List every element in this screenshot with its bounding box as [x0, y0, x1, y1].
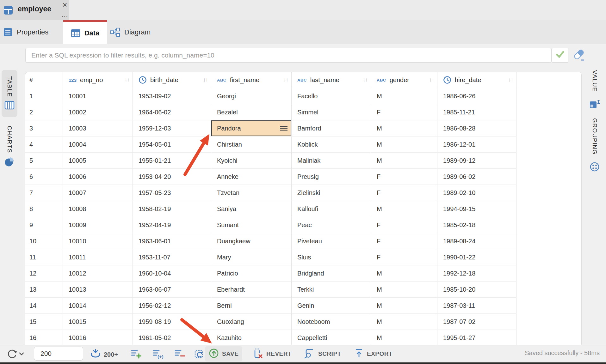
grid-cell[interactable]: 10001	[63, 88, 133, 104]
grid-cell[interactable]: 1953-04-20	[133, 169, 211, 185]
column-header-birth_date[interactable]: birth_date↓↑	[133, 72, 211, 88]
sort-icon[interactable]: ↓↑	[363, 77, 368, 83]
grid-cell[interactable]: 1985-11-21	[437, 104, 516, 120]
grid-cell[interactable]: 10007	[63, 185, 133, 201]
save-button[interactable]: SAVE	[205, 346, 242, 361]
grid-cell[interactable]: Bridgland	[292, 265, 371, 281]
tab-data[interactable]: Data	[63, 20, 107, 44]
grid-cell[interactable]: 1985-10-20	[437, 282, 516, 297]
grid-cell[interactable]: 1956-02-12	[133, 298, 211, 313]
duplicate-row-button[interactable]: (+)	[152, 349, 165, 361]
refresh-button[interactable]	[6, 349, 25, 361]
grid-cell[interactable]: F	[371, 217, 437, 233]
grid-cell[interactable]: 1960-10-04	[133, 265, 211, 281]
grid-cell[interactable]: 1986-08-28	[437, 120, 516, 136]
grid-cell[interactable]: Georgi	[211, 88, 292, 104]
grid-cell[interactable]: 1989-08-24	[437, 233, 516, 249]
apply-filter-button[interactable]	[552, 48, 568, 63]
grid-cell[interactable]: 10016	[63, 330, 133, 345]
refresh-row-button[interactable]	[194, 349, 204, 361]
sql-filter-input[interactable]: Enter a SQL expression to filter results…	[25, 48, 552, 63]
grid-cell[interactable]: 10010	[63, 233, 133, 249]
grid-cell[interactable]: Preusig	[292, 169, 371, 185]
revert-button[interactable]: REVERT	[249, 346, 295, 361]
column-header-gender[interactable]: ABCgender↓↑	[371, 72, 437, 88]
grid-cell[interactable]: M	[371, 282, 437, 297]
grid-cell[interactable]: Nooteboom	[292, 314, 371, 330]
row-number[interactable]: 13	[25, 282, 63, 297]
grid-cell[interactable]: 1986-06-26	[437, 88, 516, 104]
grid-cell[interactable]: 1953-11-07	[133, 249, 211, 265]
fetch-size-input[interactable]: 200	[34, 347, 83, 361]
grid-cell[interactable]: Genin	[292, 298, 371, 313]
grid-cell[interactable]: 1989-09-12	[437, 153, 516, 168]
column-header-emp_no[interactable]: 123emp_no↓↑	[63, 72, 133, 88]
row-number[interactable]: 7	[25, 185, 63, 201]
row-number[interactable]: 9	[25, 217, 63, 233]
grid-cell[interactable]: F	[371, 249, 437, 265]
grid-cell[interactable]: F	[371, 169, 437, 185]
grid-cell[interactable]: M	[371, 88, 437, 104]
tab-properties[interactable]: Properties	[3, 20, 57, 44]
grid-cell[interactable]: 1994-09-15	[437, 201, 516, 217]
grid-cell[interactable]: 1958-02-19	[133, 201, 211, 217]
grid-cell[interactable]: 10008	[63, 201, 133, 217]
grid-cell[interactable]: 10012	[63, 265, 133, 281]
column-header-hire_date[interactable]: hire_date↓↑	[437, 72, 516, 88]
grid-cell[interactable]: 10006	[63, 169, 133, 185]
sort-icon[interactable]: ↓↑	[429, 77, 434, 83]
row-number[interactable]: 3	[25, 120, 63, 136]
grid-cell[interactable]: Saniya	[211, 201, 292, 217]
add-row-button[interactable]	[131, 349, 142, 361]
grid-cell[interactable]: 1955-01-21	[133, 153, 211, 168]
column-header-first_name[interactable]: ABCfirst_name↓↑	[211, 72, 292, 88]
grid-cell[interactable]: 1985-02-18	[437, 217, 516, 233]
grid-cell[interactable]: Simmel	[292, 104, 371, 120]
row-number[interactable]: 5	[25, 153, 63, 168]
grid-cell[interactable]: Chirstian	[211, 136, 292, 152]
panel-tab-grouping[interactable]: GROUPING	[586, 118, 603, 183]
row-number[interactable]: 16	[25, 330, 63, 345]
sort-icon[interactable]: ↓↑	[283, 77, 288, 83]
row-number[interactable]: 14	[25, 298, 63, 313]
row-number[interactable]: 2	[25, 104, 63, 120]
row-number[interactable]: 4	[25, 136, 63, 152]
cell-menu-icon[interactable]	[279, 125, 288, 131]
sort-icon[interactable]: ↓↑	[508, 77, 513, 83]
grid-cell[interactable]: F	[371, 233, 437, 249]
selected-cell[interactable]: Pandora	[211, 120, 292, 136]
grid-cell[interactable]: Eberhardt	[211, 282, 292, 297]
grid-cell[interactable]: M	[371, 136, 437, 152]
grid-cell[interactable]: 1952-04-19	[133, 217, 211, 233]
grid-cell[interactable]: 1995-01-27	[437, 330, 516, 345]
grid-cell[interactable]: 10009	[63, 217, 133, 233]
grid-cell[interactable]: 1959-08-19	[133, 314, 211, 330]
overflow-icon[interactable]: …	[60, 10, 69, 18]
export-button[interactable]: EXPORT	[350, 346, 396, 361]
grid-cell[interactable]: M	[371, 314, 437, 330]
grid-cell[interactable]: 1987-07-02	[437, 314, 516, 330]
grid-cell[interactable]: 1959-12-03	[133, 120, 211, 136]
grid-cell[interactable]: Terkki	[292, 282, 371, 297]
grid-cell[interactable]: Duangkaew	[211, 233, 292, 249]
grid-cell[interactable]: M	[371, 120, 437, 136]
grid-cell[interactable]: 10011	[63, 249, 133, 265]
grid-cell[interactable]: 1961-05-02	[133, 330, 211, 345]
sort-icon[interactable]: ↓↑	[125, 77, 129, 83]
column-header-last_name[interactable]: ABClast_name↓↑	[292, 72, 371, 88]
grid-cell[interactable]: 1987-03-11	[437, 298, 516, 313]
grid-cell[interactable]: 1963-06-01	[133, 233, 211, 249]
grid-cell[interactable]: M	[371, 298, 437, 313]
tab-diagram[interactable]: Diagram	[110, 20, 167, 44]
grid-cell[interactable]: Bezalel	[211, 104, 292, 120]
panel-tab-table[interactable]: TABLE	[2, 70, 17, 117]
grid-cell[interactable]: 10005	[63, 153, 133, 168]
grid-cell[interactable]: Guoxiang	[211, 314, 292, 330]
row-number[interactable]: 11	[25, 249, 63, 265]
grid-cell[interactable]: Piveteau	[292, 233, 371, 249]
grid-cell[interactable]: 1990-01-22	[437, 249, 516, 265]
sort-icon[interactable]: ↓↑	[203, 77, 208, 83]
grid-cell[interactable]: 1964-06-02	[133, 104, 211, 120]
grid-cell[interactable]: Kalloufi	[292, 201, 371, 217]
row-number[interactable]: 10	[25, 233, 63, 249]
